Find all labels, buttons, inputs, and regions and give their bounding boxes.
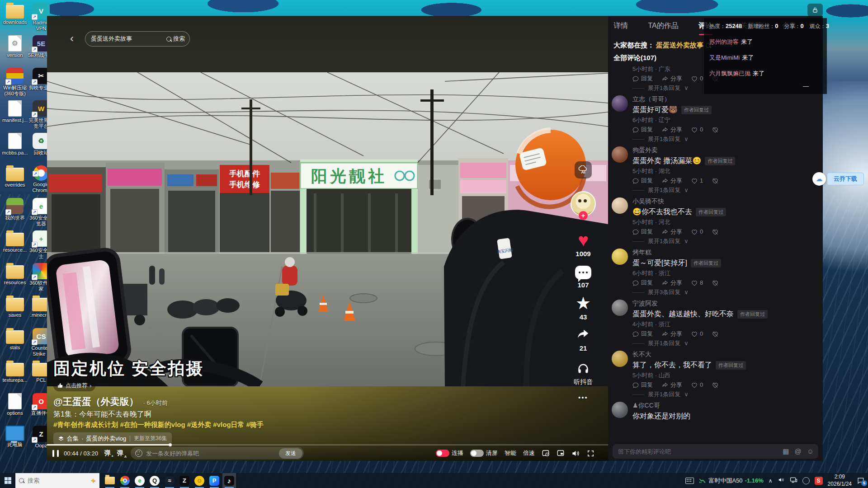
share-comment-button[interactable]: 分享 xyxy=(662,177,682,185)
commenter-avatar[interactable] xyxy=(612,197,628,214)
taskbar-qq[interactable]: Q xyxy=(148,473,161,488)
volume-icon[interactable] xyxy=(571,449,580,458)
tray-expand-icon[interactable]: ∧ xyxy=(769,478,773,484)
taskbar-file-explorer[interactable] xyxy=(103,473,117,488)
commenter-avatar[interactable] xyxy=(612,351,628,367)
taskbar-p-app[interactable]: P xyxy=(208,473,221,488)
like-comment-button[interactable]: 1 xyxy=(691,177,703,185)
reply-button[interactable]: 回复 xyxy=(632,330,653,338)
emoji-icon[interactable] xyxy=(135,450,142,457)
desktop-icon-mcbbs-pa-[interactable]: mcbbs.pa... xyxy=(2,133,28,162)
search-highlights-icon[interactable]: ✦ xyxy=(90,477,96,485)
desktop-icon-manifest-j-[interactable]: manifest.j... xyxy=(2,100,28,129)
uploader-avatar[interactable]: + xyxy=(571,191,596,216)
cloud-download-widget[interactable]: ☁ 云乔下载 xyxy=(812,172,864,186)
tab-详情[interactable]: 详情 xyxy=(613,21,628,35)
tab-TA的作品[interactable]: TA的作品 xyxy=(648,21,678,35)
share-comment-button[interactable]: 分享 xyxy=(662,75,682,83)
autoplay-toggle[interactable]: 连播 xyxy=(436,449,463,457)
desktop-icon-resources[interactable]: resources xyxy=(2,263,28,292)
desktop-icon-texturepa-[interactable]: texturepa... xyxy=(2,361,28,389)
emoji-picker-icon[interactable]: ☺ xyxy=(807,447,814,455)
volume-tray-icon[interactable] xyxy=(778,477,785,485)
video-frame[interactable]: 手机配件 手机维修 阳光靓社 xyxy=(47,72,608,386)
dislike-comment-button[interactable] xyxy=(712,280,718,286)
danmaku-toggle-icon[interactable]: 弹 xyxy=(104,449,111,457)
taskbar-search-input[interactable] xyxy=(27,477,87,484)
collection-pill[interactable]: 合集 · 蛋蛋的外卖vlog 更新至第36集 xyxy=(53,432,172,445)
hot-search-term[interactable]: 蛋蛋送外卖故事 xyxy=(656,41,703,50)
author-name[interactable]: @王蛋蛋（外卖版） xyxy=(53,395,138,408)
dislike-comment-button[interactable] xyxy=(712,178,718,184)
comment-username[interactable]: 狗蛋外卖 xyxy=(632,146,820,154)
clear-screen-toggle[interactable]: 清屏 xyxy=(470,449,498,457)
desktop-icon-options[interactable]: options xyxy=(2,393,28,422)
recommend-button[interactable]: 点击推荐 › xyxy=(53,380,95,391)
reply-button[interactable]: 回复 xyxy=(632,75,653,83)
taskbar-clock[interactable]: 2:09 2026/1/24 xyxy=(828,474,852,488)
more-options-icon[interactable]: ••• xyxy=(578,394,588,401)
comment-input[interactable] xyxy=(617,448,783,455)
expand-replies[interactable]: 展开1条回复 ∨ xyxy=(632,187,820,194)
desktop-icon-win解压缩-360专版-[interactable]: Win解压缩 (360专版) xyxy=(2,68,28,97)
reply-button[interactable]: 回复 xyxy=(632,381,653,389)
share-icon[interactable] xyxy=(576,327,591,343)
dislike-comment-button[interactable] xyxy=(712,331,718,337)
send-danmaku-button[interactable]: 发送 xyxy=(279,448,302,459)
desktop-icon-我的世界[interactable]: 我的世界 xyxy=(2,198,28,227)
desktop-icon-saves[interactable]: saves xyxy=(2,296,28,324)
desktop-icon-downloads[interactable]: downloads xyxy=(2,3,28,32)
comment-username[interactable]: ♟你CC哥 xyxy=(632,402,820,409)
headphones-icon[interactable] xyxy=(576,362,590,376)
video-hashtags[interactable]: #青年创作者成长计划 #在拍一种很新的vlog #送外卖 #vlog日常 #骑手 xyxy=(53,421,460,429)
dislike-comment-button[interactable] xyxy=(712,229,718,235)
taskbar-douyin[interactable]: ♪ xyxy=(222,473,236,488)
desktop-icon-此电脑[interactable]: 此电脑 xyxy=(2,426,28,455)
mention-icon[interactable]: @ xyxy=(794,447,801,455)
desktop-icon-stats[interactable]: stats xyxy=(2,328,28,357)
taskbar-yellow-app[interactable]: ☺ xyxy=(193,473,206,488)
watch-later-icon[interactable] xyxy=(542,449,550,457)
reply-button[interactable]: 回复 xyxy=(632,177,653,185)
fullscreen-icon[interactable] xyxy=(587,450,594,457)
start-button[interactable] xyxy=(0,473,15,488)
comment-username[interactable]: 长不大 xyxy=(632,351,820,358)
taskbar-search[interactable]: ✦ xyxy=(15,473,99,488)
favorite-icon[interactable]: ★ xyxy=(576,295,591,311)
like-comment-button[interactable]: 0 xyxy=(691,228,703,236)
taskbar-360-browser[interactable]: e xyxy=(133,473,146,488)
hot-search-row[interactable]: 大家都在搜： 蛋蛋送外卖故事 xyxy=(613,41,711,50)
network-icon[interactable] xyxy=(790,477,797,485)
reply-button[interactable]: 回复 xyxy=(632,279,653,287)
like-icon[interactable]: ♥ xyxy=(578,232,589,248)
comment-username[interactable]: 宁波阿发 xyxy=(632,300,820,307)
commenter-avatar[interactable] xyxy=(612,402,628,418)
share-comment-button[interactable]: 分享 xyxy=(662,279,682,287)
video-search-input[interactable] xyxy=(90,35,166,43)
danmaku-input[interactable] xyxy=(142,450,279,457)
image-icon[interactable]: ▦ xyxy=(783,447,789,455)
pip-icon[interactable] xyxy=(557,449,565,457)
share-comment-button[interactable]: 分享 xyxy=(662,381,682,389)
follow-button[interactable]: + xyxy=(579,211,588,220)
commenter-avatar[interactable] xyxy=(612,249,628,265)
comment-username[interactable]: 小吴骑不快 xyxy=(632,197,820,205)
pause-button[interactable] xyxy=(52,450,59,457)
video-search-button[interactable]: 搜索 xyxy=(166,35,185,43)
overlay-collapse-dash[interactable]: — xyxy=(803,83,809,89)
expand-replies[interactable]: 展开1条回复 ∨ xyxy=(632,238,820,245)
comment-icon[interactable] xyxy=(575,266,591,279)
share-comment-button[interactable]: 分享 xyxy=(662,330,682,338)
commenter-avatar[interactable] xyxy=(612,300,628,316)
comment-username[interactable]: 烤年糕 xyxy=(632,249,820,256)
dislike-comment-button[interactable] xyxy=(712,127,718,133)
reply-button[interactable]: 回复 xyxy=(632,228,653,236)
cloud-download-label[interactable]: 云乔下载 xyxy=(827,173,864,185)
dislike-comment-button[interactable] xyxy=(712,382,718,388)
like-comment-button[interactable]: 0 xyxy=(691,330,703,338)
desktop-icon-version[interactable]: ⚙ version xyxy=(2,35,28,64)
like-comment-button[interactable]: 0 xyxy=(691,75,703,83)
like-comment-button[interactable]: 8 xyxy=(691,279,703,287)
expand-replies[interactable]: 展开1条回复 ∨ xyxy=(632,340,820,347)
taskbar-chrome[interactable] xyxy=(118,473,132,488)
